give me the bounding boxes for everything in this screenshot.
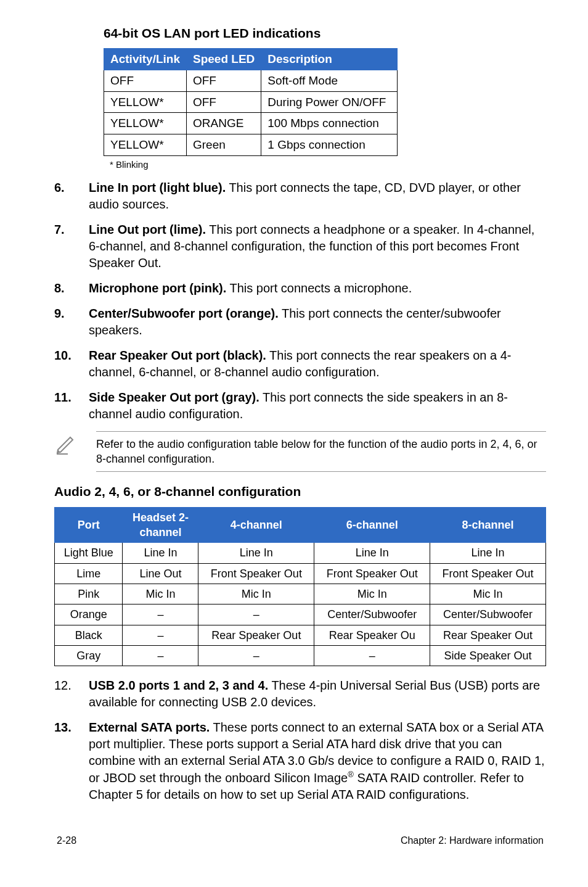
item-lead: Line Out port (lime). [89,223,206,236]
item-number: 9. [54,305,89,339]
list-item: 12. USB 2.0 ports 1 and 2, 3 and 4. Thes… [54,677,546,711]
item-lead: USB 2.0 ports 1 and 2, 3 and 4. [89,679,268,692]
item-number: 13. [54,719,89,803]
table-row: YELLOW* OFF During Power ON/OFF [104,91,398,113]
lan-td: YELLOW* [104,113,187,134]
registered-mark: ® [348,770,354,779]
table-row: Black – Rear Speaker Out Rear Speaker Ou… [55,625,546,645]
audio-td: Mic In [430,584,546,604]
audio-td: Line In [314,543,430,563]
lan-td: Soft-off Mode [261,70,398,91]
note-callout: Refer to the audio configuration table b… [54,431,546,472]
audio-th-2ch: Headset 2-channel [123,507,198,543]
item-number: 10. [54,347,89,381]
lan-led-title: 64-bit OS LAN port LED indications [104,25,546,42]
lan-th-0: Activity/Link [104,49,187,70]
audio-td: – [123,645,198,666]
table-row: Lime Line Out Front Speaker Out Front Sp… [55,563,546,584]
list-item: 9. Center/Subwoofer port (orange). This … [54,305,546,339]
audio-td: Line In [430,543,546,563]
item-lead: Line In port (light blue). [89,181,226,194]
audio-td: Front Speaker Out [430,563,546,584]
lan-td: OFF [186,70,261,91]
audio-td: – [123,625,198,645]
audio-td: Mic In [198,584,314,604]
list-item: 6. Line In port (light blue). This port … [54,179,546,213]
list-item: 11. Side Speaker Out port (gray). This p… [54,389,546,423]
item-number: 8. [54,280,89,297]
item-lead: Center/Subwoofer port (orange). [89,307,279,320]
lan-td: YELLOW* [104,134,187,155]
lan-footnote: * Blinking [110,159,546,171]
audio-td: Line Out [123,563,198,584]
audio-config-title: Audio 2, 4, 6, or 8-channel configuratio… [54,483,546,500]
list-item: 10. Rear Speaker Out port (black). This … [54,347,546,381]
audio-td: Black [55,625,123,645]
audio-th-8ch: 8-channel [430,507,546,543]
audio-td: Lime [55,563,123,584]
audio-td: Mic In [123,584,198,604]
audio-td: – [198,604,314,625]
lan-td: Green [186,134,261,155]
item-number: 11. [54,389,89,423]
audio-td: Center/Subwoofer [314,604,430,625]
item-lead: External SATA ports. [89,720,210,734]
lan-td: OFF [186,91,261,113]
chapter-label: Chapter 2: Hardware information [401,834,544,848]
audio-td: Front Speaker Out [314,563,430,584]
audio-td: Rear Speaker Ou [314,625,430,645]
item-lead: Rear Speaker Out port (black). [89,349,266,362]
lan-td: 100 Mbps connection [261,113,398,134]
item-number: 6. [54,179,89,213]
audio-td: Gray [55,645,123,666]
audio-th-6ch: 6-channel [314,507,430,543]
audio-td: Mic In [314,584,430,604]
audio-td: Side Speaker Out [430,645,546,666]
list-item: 13. External SATA ports. These ports con… [54,719,546,803]
audio-th-port: Port [55,507,123,543]
note-text: Refer to the audio configuration table b… [96,431,546,472]
table-row: YELLOW* Green 1 Gbps connection [104,134,398,155]
audio-td: Light Blue [55,543,123,563]
audio-td: – [123,604,198,625]
lan-td: YELLOW* [104,91,187,113]
list-item: 8. Microphone port (pink). This port con… [54,280,546,297]
lan-td: During Power ON/OFF [261,91,398,113]
table-row: YELLOW* ORANGE 100 Mbps connection [104,113,398,134]
page-number: 2-28 [57,834,76,848]
audio-td: Orange [55,604,123,625]
audio-td: Line In [123,543,198,563]
audio-td: Rear Speaker Out [430,625,546,645]
audio-td: Front Speaker Out [198,563,314,584]
table-row: Gray – – – Side Speaker Out [55,645,546,666]
lan-td: OFF [104,70,187,91]
item-lead: Microphone port (pink). [89,281,226,295]
lan-led-table: Activity/Link Speed LED Description OFF … [104,48,398,155]
item-rest: This port connects a microphone. [226,281,412,295]
audio-th-4ch: 4-channel [198,507,314,543]
lan-td: ORANGE [186,113,261,134]
pencil-note-icon [54,431,84,460]
item-lead: Side Speaker Out port (gray). [89,390,259,404]
table-row: Pink Mic In Mic In Mic In Mic In [55,584,546,604]
audio-td: – [198,645,314,666]
item-number: 12. [54,677,89,711]
lan-th-1: Speed LED [186,49,261,70]
item-number: 7. [54,221,89,271]
list-item: 7. Line Out port (lime). This port conne… [54,221,546,271]
audio-config-table: Port Headset 2-channel 4-channel 6-chann… [54,507,546,666]
lan-th-2: Description [261,49,398,70]
table-row: OFF OFF Soft-off Mode [104,70,398,91]
audio-td: Center/Subwoofer [430,604,546,625]
audio-td: Line In [198,543,314,563]
audio-td: Rear Speaker Out [198,625,314,645]
table-row: Light Blue Line In Line In Line In Line … [55,543,546,563]
audio-td: – [314,645,430,666]
table-row: Orange – – Center/Subwoofer Center/Subwo… [55,604,546,625]
lan-td: 1 Gbps connection [261,134,398,155]
audio-td: Pink [55,584,123,604]
